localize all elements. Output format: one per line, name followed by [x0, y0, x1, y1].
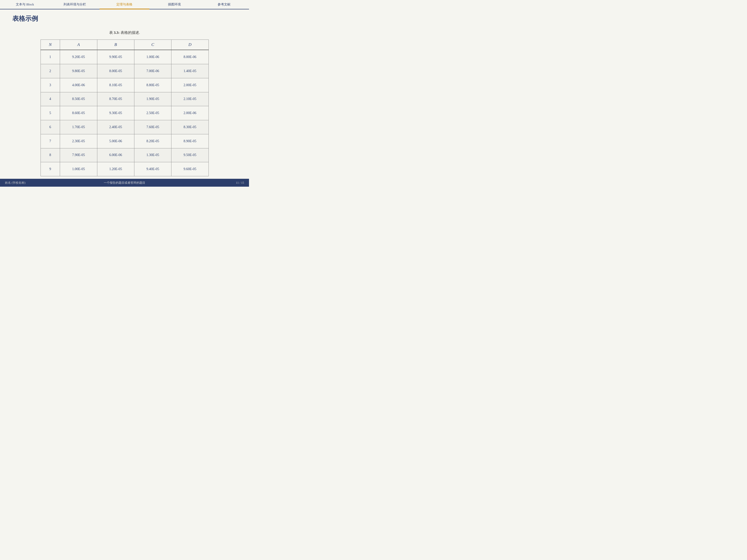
table-row: 29.80E-058.00E-057.00E-061.40E-05: [41, 64, 208, 78]
header-row: NABCD: [41, 40, 208, 50]
table-cell: 8.00E-06: [172, 50, 208, 64]
table-cell: 5: [41, 106, 60, 120]
table-cell: 2.30E-05: [60, 134, 97, 148]
table-cell: 9: [41, 162, 60, 176]
table-header-cell: B: [97, 40, 134, 50]
table-cell: 9.20E-05: [60, 50, 97, 64]
table-cell: 8.60E-05: [60, 106, 97, 120]
table-body: 19.20E-059.90E-051.00E-068.00E-0629.80E-…: [41, 50, 208, 176]
table-cell: 8: [41, 148, 60, 162]
table-cell: 9.30E-05: [97, 106, 134, 120]
table-cell: 1.00E-06: [134, 50, 171, 64]
table-row: 19.20E-059.90E-051.00E-068.00E-06: [41, 50, 208, 64]
table-wrapper: NABCD 19.20E-059.90E-051.00E-068.00E-062…: [12, 39, 237, 176]
table-row: 34.00E-068.10E-058.80E-052.00E-05: [41, 78, 208, 92]
footer: 姓名 (学校名称) 一个报告的题目或者答辩的题目 11 / 15: [0, 179, 249, 187]
table-cell: 8.10E-05: [97, 78, 134, 92]
nav-item[interactable]: 插图环境: [150, 0, 199, 9]
table-cell: 2.10E-05: [172, 92, 208, 106]
table-cell: 8.30E-05: [172, 120, 208, 134]
table-cell: 2.00E-06: [172, 106, 208, 120]
caption-prefix: 表: [109, 31, 113, 34]
table-cell: 6: [41, 120, 60, 134]
table-cell: 2: [41, 64, 60, 78]
table-row: 58.60E-059.30E-052.50E-052.00E-06: [41, 106, 208, 120]
table-cell: 2.50E-05: [134, 106, 171, 120]
table-row: 48.50E-058.70E-051.90E-052.10E-05: [41, 92, 208, 106]
nav-item[interactable]: 参考文献: [199, 0, 249, 9]
table-caption: 表 3.3: 表格的描述.: [12, 30, 237, 35]
table-cell: 4: [41, 92, 60, 106]
caption-desc: 表格的描述.: [121, 31, 140, 34]
table-cell: 9.60E-05: [172, 162, 208, 176]
table-cell: 8.00E-05: [97, 64, 134, 78]
table-cell: 2.00E-05: [172, 78, 208, 92]
table-cell: 7.90E-05: [60, 148, 97, 162]
table-cell: 1.40E-05: [172, 64, 208, 78]
table-cell: 1.90E-05: [134, 92, 171, 106]
nav-item[interactable]: 文本与 Block: [0, 0, 50, 9]
table-header-cell: C: [134, 40, 171, 50]
caption-number: 3.3:: [113, 31, 120, 34]
table-cell: 1.70E-05: [60, 120, 97, 134]
table-cell: 9.40E-05: [134, 162, 171, 176]
table-cell: 4.00E-06: [60, 78, 97, 92]
table-cell: 7.60E-05: [134, 120, 171, 134]
footer-right: 11 / 15: [184, 181, 244, 185]
table-cell: 3: [41, 78, 60, 92]
table-header-cell: A: [60, 40, 97, 50]
table-cell: 9.90E-05: [97, 50, 134, 64]
table-row: 91.00E-051.20E-059.40E-059.60E-05: [41, 162, 208, 176]
nav-item[interactable]: 定理与表格: [100, 0, 150, 9]
page-title: 表格示例: [12, 14, 237, 23]
table-cell: 9.80E-05: [60, 64, 97, 78]
table-row: 61.70E-052.40E-057.60E-058.30E-05: [41, 120, 208, 134]
table-cell: 1.00E-05: [60, 162, 97, 176]
table-cell: 7.00E-06: [134, 64, 171, 78]
table-row: 72.30E-055.00E-068.20E-058.90E-05: [41, 134, 208, 148]
table-cell: 1: [41, 50, 60, 64]
table-cell: 7: [41, 134, 60, 148]
main-content: 表格示例 表 3.3: 表格的描述. NABCD 19.20E-059.90E-…: [0, 9, 249, 179]
table-cell: 8.80E-05: [134, 78, 171, 92]
table-header-cell: D: [172, 40, 208, 50]
table-cell: 8.20E-05: [134, 134, 171, 148]
footer-left: 姓名 (学校名称): [5, 181, 65, 185]
footer-center: 一个报告的题目或者答辩的题目: [65, 181, 184, 185]
table-header: NABCD: [41, 40, 208, 50]
data-table: NABCD 19.20E-059.90E-051.00E-068.00E-062…: [41, 39, 209, 176]
table-cell: 2.40E-05: [97, 120, 134, 134]
table-cell: 8.50E-05: [60, 92, 97, 106]
table-row: 87.90E-056.00E-061.30E-059.50E-05: [41, 148, 208, 162]
navbar: 文本与 Block列表环境与分栏定理与表格插图环境参考文献: [0, 0, 249, 9]
table-cell: 5.00E-06: [97, 134, 134, 148]
nav-item[interactable]: 列表环境与分栏: [50, 0, 100, 9]
table-cell: 8.90E-05: [172, 134, 208, 148]
table-cell: 8.70E-05: [97, 92, 134, 106]
table-header-cell: N: [41, 40, 60, 50]
table-cell: 1.20E-05: [97, 162, 134, 176]
table-cell: 1.30E-05: [134, 148, 171, 162]
table-cell: 6.00E-06: [97, 148, 134, 162]
table-cell: 9.50E-05: [172, 148, 208, 162]
